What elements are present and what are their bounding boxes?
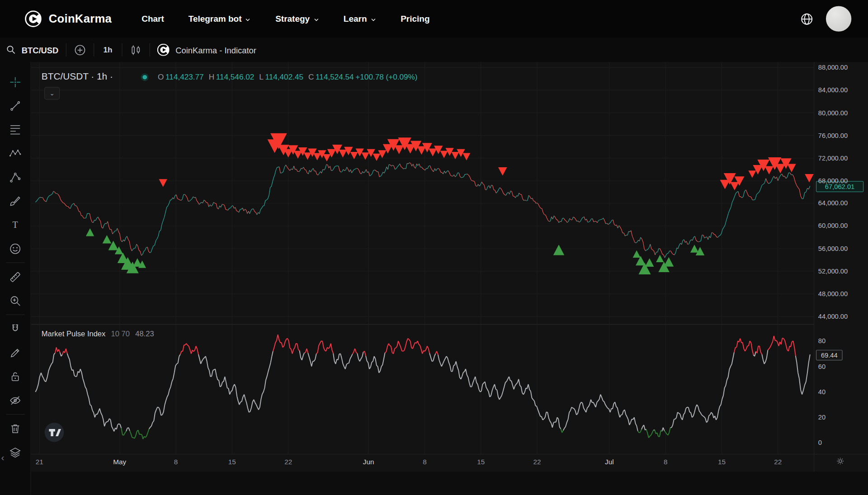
nav-item-strategy[interactable]: Strategy [275,14,319,24]
symbol-interval-title: BTC/USDT · 1h · [42,71,113,82]
hide-drawings-tool[interactable] [7,392,24,408]
sell-signal-triangle [362,152,369,160]
nav-item-chart[interactable]: Chart [142,14,164,24]
ohlc-values: O114,423.77 H114,546.02 L114,402.45 C114… [158,72,417,81]
lock-open-tool-icon [9,370,22,383]
price-line-up-segments [35,163,810,258]
buy-signal-triangle [86,228,94,236]
brush-tool[interactable] [7,193,24,208]
sell-signal-triangle [498,167,507,176]
symbol-search-button[interactable]: BTC/USD [5,44,58,55]
mpi-axis-label: 40 [818,388,826,396]
mpi-axis-label: 20 [818,414,826,421]
price-axis-label: 60,000.00 [818,222,848,230]
forecast-tool-icon [9,171,22,184]
trend-line-tool[interactable] [7,98,24,113]
symbol-label: BTC/USD [22,45,59,55]
sell-signal-triangle [440,151,448,158]
lock-open-tool[interactable] [7,369,24,384]
buy-signal-triangle [553,245,564,255]
series-marker-dot[interactable] [141,73,148,80]
price-axis-label: 44,000.00 [818,313,848,321]
price-axis-label: 56,000.00 [818,245,848,252]
time-axis-label: 8 [174,458,178,466]
sell-signal-triangle [159,179,167,187]
indicator-label: CoinKarma - Indicator [175,45,256,55]
nav-item-telegram-bot[interactable]: Telegram bot [189,14,251,24]
price-axis-label: 64,000.00 [818,199,848,207]
tradingview-logo[interactable] [44,422,65,443]
coinkarma-mini-logo-icon [157,44,170,56]
nav-item-label: Strategy [275,14,310,24]
text-tool[interactable]: T [7,217,24,232]
language-globe-icon[interactable] [800,12,814,26]
mpi-line-overbought [55,335,796,356]
toolbar-separator [150,43,150,57]
zoom-in-tool-icon [9,294,22,307]
gear-icon [835,456,845,466]
remove-drawings-tool[interactable] [7,421,24,436]
close-label: C [308,72,314,81]
brand[interactable]: CoinKarma [25,10,112,27]
mpi-value: 48.23 [135,330,154,338]
price-axis-label: 72,000.00 [818,154,848,162]
fib-retracement-tool[interactable] [7,122,24,137]
sell-signal-triangle [462,153,470,160]
open-label: O [158,72,164,81]
crosshair-tool-icon [9,75,22,88]
mpi-pane-series [35,335,810,439]
candlestick-icon [130,43,142,56]
sell-signal-triangle [313,153,321,160]
legend-dropdown-button[interactable]: ⌄ [44,87,60,99]
time-axis-label: 8 [423,458,427,466]
xabcd-pattern-tool[interactable] [7,146,24,161]
high-value: 114,546.02 [216,72,255,81]
buy-signal-triangle [645,258,654,267]
mpi-axis-label: 80 [818,337,826,345]
chevron-down-icon [245,16,251,22]
chart-legend: BTC/USDT · 1h · O114,423.77 H114,546.02 … [42,71,418,82]
indicator-source-button[interactable]: CoinKarma - Indicator [157,44,256,56]
time-axis-settings-button[interactable] [835,456,845,468]
sell-signal-triangle [764,166,774,174]
magnet-tool[interactable] [7,321,24,336]
time-axis-label: 22 [774,458,782,466]
time-axis-label: 15 [477,458,485,466]
compare-add-button[interactable] [73,43,86,56]
brand-name: CoinKarma [49,12,112,25]
zoom-in-tool[interactable] [7,293,24,308]
sell-signal-triangle [304,152,311,160]
time-axis-label: Jul [605,458,614,466]
toolbar-divider [6,414,25,415]
time-axis-label: 8 [664,458,668,466]
forecast-tool[interactable] [7,170,24,185]
hide-drawings-tool-icon [9,394,22,406]
emoji-tool[interactable] [7,241,24,256]
sell-signal-triangle [323,154,330,161]
crosshair-tool[interactable] [7,74,24,90]
nav-item-learn[interactable]: Learn [344,14,377,24]
object-tree-tool[interactable] [7,444,24,460]
price-axis[interactable]: 67,062.01 69.44 88,000.0084,000.0080,000… [814,62,868,471]
sell-signal-triangle [787,164,796,172]
chart-type-button[interactable] [130,43,142,56]
close-value: 114,524.54 [316,72,354,81]
time-axis[interactable]: 21May81522Jun81522Jul81522 [31,454,868,472]
buy-signal-triangle [633,250,641,258]
toolbar-separator [122,43,122,57]
buy-signal-triangle [656,255,664,262]
interval-button[interactable]: 1h [101,45,115,54]
chevron-down-icon [313,16,319,22]
nav-item-pricing[interactable]: Pricing [401,14,429,24]
nav-item-label: Learn [344,14,367,24]
collapse-toolbar-chevron[interactable]: ‹ [1,453,4,462]
price-axis-label: 84,000.00 [818,86,848,94]
user-avatar[interactable] [826,6,851,31]
grid-lines [31,62,814,454]
sell-signal-triangle [805,174,814,183]
edit-tool[interactable] [7,345,24,360]
chart-canvas[interactable] [31,62,814,454]
ruler-tool[interactable] [7,269,24,284]
price-axis-label: 88,000.00 [818,64,848,71]
coinkarma-logo-icon [25,10,42,27]
